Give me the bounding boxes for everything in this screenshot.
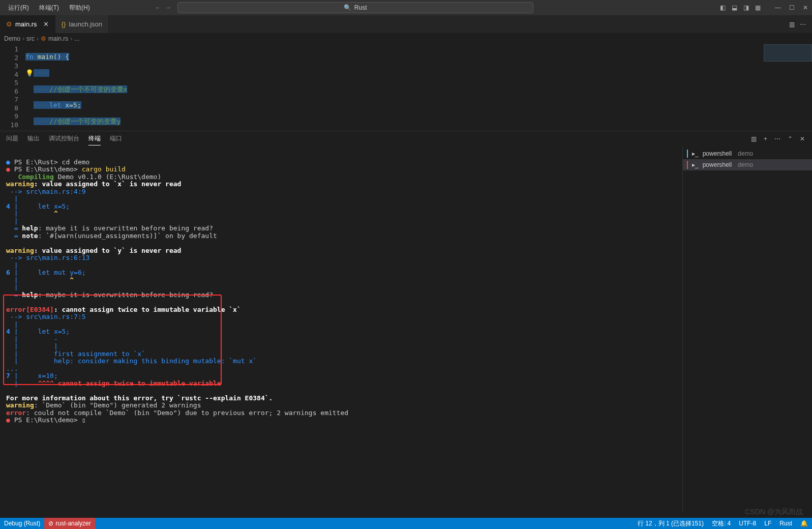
menu-run[interactable]: 运行(R) [4,2,33,14]
code-area[interactable]: fn main() { 💡···· ····//创建一个不可变的变量x ····… [25,44,812,131]
status-dot-red-icon: ● [6,416,10,424]
breadcrumb-separator: › [22,35,24,42]
panel-chevron-up-icon[interactable]: ⌃ [788,133,793,144]
terminal-list-item[interactable]: ▸_ powershell demo [683,159,812,170]
status-bar: Debug (Rust) ⊘ rust-analyzer 行 12，列 1 (已… [0,518,812,529]
lightbulb-icon[interactable]: 💡 [25,69,34,77]
status-rust-analyzer[interactable]: ⊘ rust-analyzer [44,518,95,529]
rust-file-icon: ⚙ [41,35,46,42]
terminal-cwd: demo [738,150,753,157]
tab-close-icon[interactable]: ✕ [43,20,49,28]
title-bar: 运行(R) 终端(T) 帮助(H) ← → 🔍 Rust ◧ ⬓ ◨ ▦ — ☐… [0,0,812,15]
minimap[interactable] [764,44,812,62]
layout-secondary-icon[interactable]: ◨ [743,4,749,11]
breadcrumb-segment[interactable]: main.rs [48,35,68,42]
split-editor-icon[interactable]: ▥ [789,21,795,28]
status-debug[interactable]: Debug (Rust) [0,520,44,527]
terminal-list-item[interactable]: ▸_ powershell demo [683,148,812,159]
terminal-list: ▸_ powershell demo ▸_ powershell demo [682,146,812,512]
breadcrumb: Demo › src › ⚙ main.rs › ... [0,33,812,44]
breadcrumb-separator: › [70,35,72,42]
status-indentation[interactable]: 空格: 4 [708,519,735,528]
status-dot-red-icon: ● [6,165,10,173]
code-editor[interactable]: 1234567891011 fn main() { 💡···· ····//创建… [0,44,812,131]
status-eol[interactable]: LF [760,519,775,528]
nav-buttons: ← → [155,4,171,11]
menu-help[interactable]: 帮助(H) [65,2,94,14]
new-terminal-icon[interactable]: + [764,133,767,144]
breadcrumb-segment[interactable]: src [26,35,35,42]
annotation-box [3,295,222,385]
panel-tab-debugconsole[interactable]: 调试控制台 [49,132,79,145]
editor-tabs: ⚙ main.rs ✕ {} launch.json ▥ ⋯ [0,15,812,33]
tab-label: launch.json [69,20,102,28]
panel-tabs: 问题 输出 调试控制台 终端 端口 ▥ + ⋯ ⌃ ✕ [0,131,812,146]
terminal-status-bar [687,150,688,158]
panel-more-icon[interactable]: ⋯ [774,133,780,144]
error-icon: ⊘ [48,520,53,527]
panel-tab-problems[interactable]: 问题 [6,132,18,145]
layout-customize-icon[interactable]: ▦ [755,4,761,11]
panel-tab-ports[interactable]: 端口 [110,132,122,145]
status-notifications-icon[interactable]: 🔔 [796,519,812,528]
json-file-icon: {} [62,20,66,28]
close-icon[interactable]: ✕ [803,4,808,11]
panel-close-icon[interactable]: ✕ [800,133,805,144]
terminal-icon: ▸_ [692,161,699,168]
watermark: CSDN @为风而战 [745,508,803,517]
command-center[interactable]: 🔍 Rust [177,2,533,13]
terminal[interactable]: ● PS E:\Rust> cd demo ● PS E:\Rust\demo>… [0,146,682,512]
nav-back-icon[interactable]: ← [155,4,161,11]
panel-tab-output[interactable]: 输出 [27,132,40,145]
terminal-status-bar [687,161,688,169]
breadcrumb-segment[interactable]: Demo [4,35,20,42]
menu-terminal[interactable]: 终端(T) [35,2,63,14]
window-controls: — ☐ ✕ [775,4,808,11]
layout-primary-icon[interactable]: ◧ [720,4,726,11]
tabs-right-icons: ▥ ⋯ [789,15,812,33]
breadcrumb-segment[interactable]: ... [74,35,79,42]
tab-launch-json[interactable]: {} launch.json [55,15,109,33]
search-icon: 🔍 [344,4,351,11]
panel-body: ● PS E:\Rust> cd demo ● PS E:\Rust\demo>… [0,146,812,512]
terminal-icon: ▸_ [692,150,699,157]
status-language[interactable]: Rust [775,519,796,528]
panel-tab-terminal[interactable]: 终端 [88,132,101,145]
panel-split-icon[interactable]: ▥ [751,133,757,144]
terminal-cursor: ▯ [82,416,86,424]
search-text: Rust [354,4,367,11]
layout-panel-icon[interactable]: ⬓ [732,4,737,11]
line-gutter: 1234567891011 [0,44,25,131]
nav-forward-icon[interactable]: → [165,4,171,11]
tab-main-rs[interactable]: ⚙ main.rs ✕ [0,15,55,33]
more-actions-icon[interactable]: ⋯ [800,21,806,28]
status-dot-blue-icon: ● [6,158,10,166]
titlebar-right-icons: ◧ ⬓ ◨ ▦ — ☐ ✕ [720,4,808,11]
status-encoding[interactable]: UTF-8 [735,519,760,528]
terminal-name: powershell [703,161,732,168]
terminal-name: powershell [703,150,732,157]
rust-file-icon: ⚙ [6,20,12,28]
maximize-icon[interactable]: ☐ [789,4,795,11]
terminal-cwd: demo [738,161,753,168]
tab-label: main.rs [15,20,37,28]
minimize-icon[interactable]: — [775,4,781,11]
status-cursor-position[interactable]: 行 12，列 1 (已选择151) [634,519,708,528]
breadcrumb-separator: › [37,35,39,42]
menu-bar: 运行(R) 终端(T) 帮助(H) [4,2,94,14]
